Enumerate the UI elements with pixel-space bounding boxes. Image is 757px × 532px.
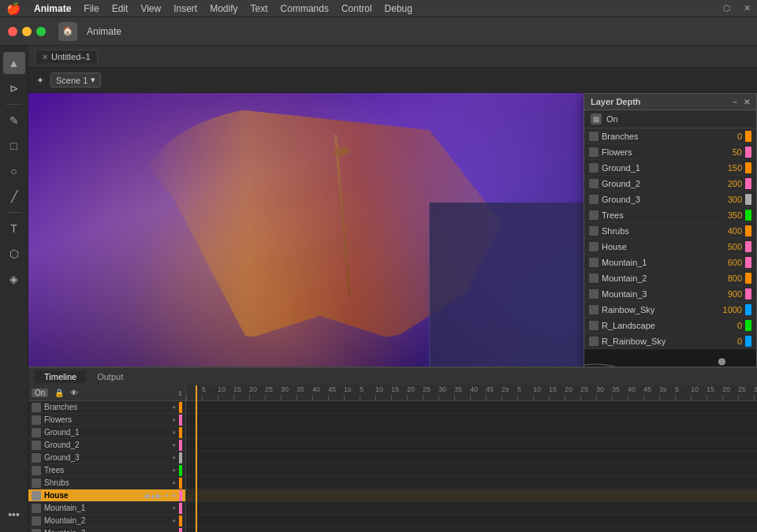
ld-layer-row[interactable]: R_Landscape 0: [584, 318, 756, 333]
timeline-track-row[interactable]: [186, 477, 757, 489]
time-mark: 40: [470, 385, 478, 393]
home-button[interactable]: 🏠: [58, 22, 77, 41]
menu-debug[interactable]: Debug: [385, 3, 412, 14]
stage[interactable]: 城市 Layer Depth − ✕ ▦ On Branch: [28, 93, 757, 366]
rect-tool[interactable]: □: [3, 135, 25, 157]
timeline-layer-row[interactable]: Flowers ●: [28, 414, 185, 426]
pen-tool[interactable]: ✎: [3, 110, 25, 132]
more-tools[interactable]: •••: [3, 504, 25, 526]
ld-layer-row[interactable]: Rainbow_Sky 1000: [584, 302, 756, 318]
ld-layer-row[interactable]: Mountain_3 900: [584, 286, 756, 302]
ld-layer-name: Ground_1: [602, 163, 707, 173]
ld-layer-row[interactable]: Flowers 50: [584, 144, 756, 160]
apple-menu[interactable]: 🍎: [6, 2, 21, 16]
ld-minimize[interactable]: −: [733, 98, 737, 106]
time-mark-line: [265, 395, 266, 401]
layer-name: Ground_3: [44, 453, 169, 462]
ld-layer-row[interactable]: Shrubs 400: [584, 223, 756, 239]
timeline-layer-row[interactable]: Branches ●: [28, 401, 185, 414]
time-mark-line: [659, 395, 660, 401]
timeline-layer-row[interactable]: Ground_2 ●: [28, 439, 185, 452]
layer-dot-ctrl: ●: [172, 504, 176, 512]
layer-icon: [32, 516, 41, 526]
ld-layer-row[interactable]: Branches 0: [584, 128, 756, 144]
ld-layer-value: 600: [710, 258, 742, 267]
minimize-button[interactable]: [22, 27, 32, 36]
tab-output[interactable]: Output: [88, 370, 132, 383]
timeline-layer-row[interactable]: Mountain_2 ●: [28, 515, 185, 527]
maximize-button[interactable]: [36, 27, 46, 36]
time-mark: 5: [202, 385, 206, 393]
menu-view[interactable]: View: [140, 3, 161, 14]
timeline-track-row[interactable]: [186, 464, 757, 477]
timeline-layer-row[interactable]: Shrubs ●: [28, 477, 185, 489]
menu-modify[interactable]: Modify: [210, 3, 237, 14]
ld-layer-row[interactable]: Trees 350: [584, 207, 756, 223]
timeline-layer-row[interactable]: Trees ●: [28, 464, 185, 477]
timeline-track-row[interactable]: [186, 452, 757, 464]
menu-commands[interactable]: Commands: [281, 3, 329, 14]
timeline-header-left: On 🔒 👁 ↕: [28, 385, 185, 401]
ld-layer-icon: [589, 195, 599, 204]
tab-close-icon[interactable]: ✕: [42, 53, 48, 61]
ld-graph-preview: [584, 349, 756, 366]
scene-label: Scene 1: [56, 76, 88, 85]
text-tool[interactable]: T: [3, 218, 25, 240]
ld-layer-row[interactable]: Ground_2 200: [584, 176, 756, 192]
layer-dot-ctrl: ●: [172, 467, 176, 474]
timeline-layer-row[interactable]: Mountain_1 ●: [28, 502, 185, 515]
oval-tool[interactable]: ○: [3, 160, 25, 182]
menu-control[interactable]: Control: [341, 3, 372, 14]
eraser-tool[interactable]: ◈: [3, 268, 25, 290]
timeline-layer-row[interactable]: Ground_3 ●: [28, 452, 185, 464]
menu-text[interactable]: Text: [251, 3, 268, 14]
time-mark: 35: [454, 385, 462, 393]
ld-layer-name: House: [602, 242, 707, 251]
doc-tab-untitled[interactable]: ✕ Untitled–1: [35, 50, 98, 63]
timeline-layer-row[interactable]: Ground_1 ●: [28, 426, 185, 439]
menu-edit[interactable]: Edit: [112, 3, 129, 14]
ld-layer-row[interactable]: R_Rainbow_Sky 0: [584, 333, 756, 349]
ld-layer-icon: [589, 337, 599, 346]
app-name: Animate: [34, 3, 71, 14]
time-mark-line: [249, 395, 250, 401]
timeline-track-row[interactable]: [186, 515, 757, 527]
timeline-track-row[interactable]: [186, 489, 757, 502]
ld-graph-svg: [584, 349, 756, 366]
layer-dot-ctrl: ●: [172, 441, 176, 448]
ld-close[interactable]: ✕: [744, 98, 750, 106]
window-close[interactable]: ✕: [744, 3, 751, 13]
menubar: 🍎 Animate File Edit View Insert Modify T…: [0, 0, 757, 17]
window-minimize[interactable]: ⬡: [723, 3, 731, 13]
timeline-track-row[interactable]: [186, 426, 757, 439]
ld-layer-row[interactable]: Ground_3 300: [584, 192, 756, 207]
timeline-track-row[interactable]: [186, 401, 757, 414]
close-button[interactable]: [8, 27, 17, 36]
timeline-layer-row[interactable]: House ◀▲▶ ● ●: [28, 489, 185, 502]
line-tool[interactable]: ╱: [3, 185, 25, 207]
layer-icon: [32, 453, 41, 463]
subselect-tool[interactable]: ⊳: [3, 77, 25, 99]
time-mark: 30: [754, 385, 757, 393]
bucket-tool[interactable]: ⬡: [3, 243, 25, 265]
tl-add-icon[interactable]: ↕: [178, 389, 182, 397]
ld-layer-icon: [589, 163, 599, 173]
timeline-track-row[interactable]: [186, 502, 757, 515]
ld-layer-icon: [589, 321, 599, 330]
tab-timeline[interactable]: Timeline: [35, 370, 86, 383]
timeline-track-row[interactable]: [186, 439, 757, 452]
timeline-track-row[interactable]: [186, 527, 757, 532]
timeline-tracks[interactable]: 510152025303540451s510152025303540452s51…: [186, 385, 757, 532]
menu-file[interactable]: File: [84, 3, 99, 14]
ld-layer-row[interactable]: House 500: [584, 239, 756, 255]
ld-layer-row[interactable]: Mountain_1 600: [584, 255, 756, 270]
timeline-track-row[interactable]: [186, 414, 757, 426]
timeline-layer-row[interactable]: Mountain_3 ●: [28, 527, 185, 532]
ld-layer-row[interactable]: Ground_1 150: [584, 160, 756, 176]
scene-selector[interactable]: Scene 1 ▾: [50, 73, 101, 87]
select-tool[interactable]: ▲: [3, 52, 25, 74]
ld-on-icon: ▦: [591, 113, 602, 125]
layer-name: House: [44, 491, 140, 500]
ld-layer-row[interactable]: Mountain_2 800: [584, 270, 756, 286]
menu-insert[interactable]: Insert: [173, 3, 197, 14]
